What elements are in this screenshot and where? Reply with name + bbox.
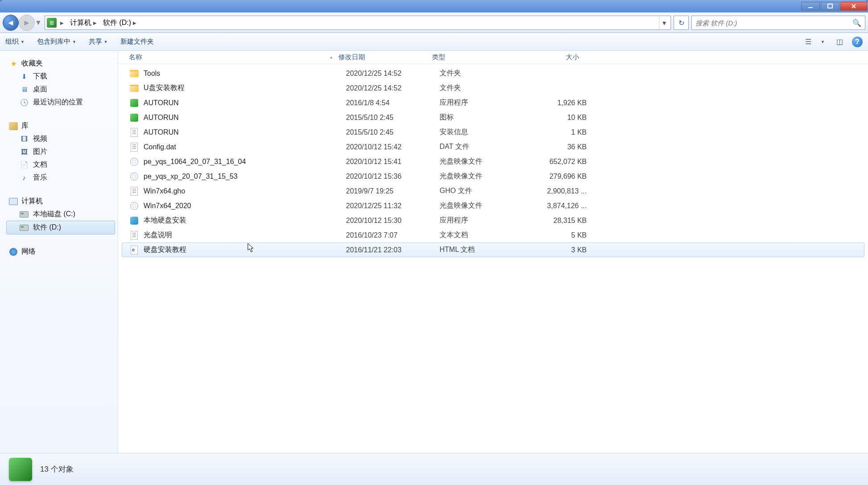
file-rows: Tools2020/12/25 14:52文件夹U盘安装教程2020/12/25…	[118, 64, 868, 259]
back-button[interactable]: ◄	[3, 15, 19, 31]
file-size: 652,072 KB	[533, 158, 591, 166]
column-header-type[interactable]: 类型	[432, 53, 526, 62]
file-row[interactable]: pe_yqs_xp_20_07_31_15_532020/10/12 15:36…	[122, 169, 864, 184]
sidebar-item-desktop[interactable]: 🖥 桌面	[6, 83, 115, 96]
file-row[interactable]: 本地硬盘安装2020/10/12 15:30应用程序28,315 KB	[122, 213, 864, 228]
file-row[interactable]: Win7x64_20202020/12/25 11:32光盘映像文件3,874,…	[122, 198, 864, 213]
file-date: 2015/5/10 2:45	[346, 128, 440, 136]
file-size: 5 KB	[533, 231, 591, 239]
file-row[interactable]: AUTORUN2016/1/8 4:54应用程序1,926 KB	[122, 95, 864, 110]
file-type: 文件夹	[440, 83, 533, 93]
file-row[interactable]: 光盘说明2016/10/23 7:07文本文档5 KB	[122, 228, 864, 242]
file-date: 2019/9/7 19:25	[346, 187, 440, 195]
explorer-window: ◄ ► ▼ ⊞ ▶ 计算机 ▶ 软件 (D:) ▶ ▾ ↻ �	[0, 0, 868, 485]
file-row[interactable]: U盘安装教程2020/12/25 14:52文件夹	[122, 81, 864, 95]
sidebar-favorites-header[interactable]: ★ 收藏夹	[6, 57, 115, 70]
address-bar[interactable]: ⊞ ▶ 计算机 ▶ 软件 (D:) ▶ ▾	[45, 16, 671, 30]
sidebar-item-music[interactable]: ♪ 音乐	[6, 171, 115, 184]
file-type-icon	[129, 113, 139, 123]
maximize-button[interactable]	[821, 2, 839, 11]
file-row[interactable]: AUTORUN2015/5/10 2:45安装信息1 KB	[122, 125, 864, 140]
star-icon: ★	[9, 59, 18, 68]
sidebar-item-pictures[interactable]: 🖼 图片	[6, 145, 115, 158]
file-row[interactable]: 硬盘安装教程2016/11/21 22:03HTML 文档3 KB	[122, 242, 864, 257]
help-button[interactable]: ?	[852, 37, 863, 47]
file-row[interactable]: Config.dat2020/10/12 15:42DAT 文件36 KB	[122, 140, 864, 154]
file-size: 1,926 KB	[533, 99, 591, 107]
search-box[interactable]: 🔍	[691, 16, 865, 30]
file-type: 光盘映像文件	[440, 172, 533, 181]
breadcrumb-sep-icon: ▶	[93, 21, 97, 25]
document-icon: 📄	[20, 160, 29, 169]
sidebar-computer-header[interactable]: 计算机	[6, 195, 115, 208]
file-name: pe_yqs_1064_20_07_31_16_04	[144, 158, 346, 166]
breadcrumb-label: 软件 (D:)	[103, 18, 131, 28]
file-row[interactable]: Tools2020/12/25 14:52文件夹	[122, 66, 864, 81]
sidebar-item-downloads[interactable]: ⬇ 下载	[6, 70, 115, 83]
recent-icon: 🕓	[20, 98, 29, 107]
picture-icon: 🖼	[20, 148, 29, 156]
file-type: 文本文档	[440, 230, 533, 240]
refresh-button[interactable]: ↻	[674, 16, 689, 30]
close-button[interactable]	[840, 2, 867, 11]
file-type-icon	[129, 186, 139, 196]
file-type: 光盘映像文件	[440, 157, 533, 166]
chevron-down-icon: ▼	[72, 40, 76, 44]
column-headers: 名称 ▲ 修改日期 类型 大小	[118, 51, 868, 64]
minimize-button[interactable]	[801, 2, 820, 11]
file-row[interactable]: AUTORUN2015/5/10 2:45图标10 KB	[122, 110, 864, 125]
sidebar-item-videos[interactable]: 🎞 视频	[6, 132, 115, 145]
file-name: 本地硬盘安装	[144, 216, 346, 225]
file-date: 2020/12/25 14:52	[346, 84, 440, 92]
sidebar-item-drive-c[interactable]: 本地磁盘 (C:)	[6, 208, 115, 221]
sidebar-group-network: 网络	[6, 245, 115, 258]
sidebar-libraries-header[interactable]: 库	[6, 119, 115, 132]
file-name: 光盘说明	[144, 230, 346, 240]
file-type-icon	[129, 201, 139, 211]
file-row[interactable]: Win7x64.gho2019/9/7 19:25GHO 文件2,900,813…	[122, 184, 864, 198]
forward-button[interactable]: ►	[19, 15, 35, 31]
column-header-size[interactable]: 大小	[526, 53, 584, 62]
breadcrumb-drive[interactable]: 软件 (D:) ▶	[100, 16, 139, 29]
file-type: GHO 文件	[440, 186, 533, 196]
breadcrumb-root[interactable]: ▶	[58, 16, 66, 29]
include-in-library-button[interactable]: 包含到库中▼	[37, 37, 76, 46]
drive-icon	[20, 210, 29, 219]
close-icon	[851, 3, 857, 9]
preview-pane-button[interactable]: ◫	[833, 36, 846, 48]
status-text: 13 个对象	[40, 464, 74, 474]
search-icon[interactable]: 🔍	[852, 19, 861, 27]
computer-icon	[9, 197, 18, 206]
file-date: 2020/10/12 15:30	[346, 217, 440, 225]
sidebar-network-header[interactable]: 网络	[6, 245, 115, 258]
sidebar-item-documents[interactable]: 📄 文档	[6, 158, 115, 171]
sidebar-item-drive-d[interactable]: 软件 (D:)	[6, 221, 115, 234]
file-type-icon	[129, 83, 139, 93]
file-name: AUTORUN	[144, 99, 346, 107]
sidebar-item-recent[interactable]: 🕓 最近访问的位置	[6, 96, 115, 109]
file-date: 2016/11/21 22:03	[346, 246, 440, 254]
file-name: Win7x64_2020	[144, 202, 346, 210]
view-options-button[interactable]: ☰	[802, 36, 815, 48]
history-dropdown[interactable]: ▼	[35, 15, 42, 31]
address-dropdown[interactable]: ▾	[659, 16, 669, 29]
column-header-date[interactable]: 修改日期	[338, 53, 432, 62]
column-header-name[interactable]: 名称 ▲	[129, 53, 338, 62]
file-date: 2020/12/25 14:52	[346, 70, 440, 78]
search-input[interactable]	[695, 19, 852, 27]
chevron-down-icon: ▼	[21, 40, 25, 44]
list-view-icon: ☰	[805, 37, 811, 46]
file-name: Config.dat	[144, 143, 346, 151]
file-type: 光盘映像文件	[440, 201, 533, 210]
breadcrumb-computer[interactable]: 计算机 ▶	[67, 16, 99, 29]
organize-button[interactable]: 组织▼	[5, 37, 25, 46]
file-size: 28,315 KB	[533, 217, 591, 225]
sort-asc-icon: ▲	[329, 55, 333, 59]
file-row[interactable]: pe_yqs_1064_20_07_31_16_042020/10/12 15:…	[122, 154, 864, 169]
view-dropdown[interactable]: ▼	[821, 40, 827, 44]
new-folder-button[interactable]: 新建文件夹	[120, 37, 154, 46]
share-button[interactable]: 共享▼	[89, 37, 108, 46]
file-name: 硬盘安装教程	[144, 245, 346, 255]
title-bar	[0, 0, 868, 12]
file-size: 3,874,126 ...	[533, 202, 591, 210]
